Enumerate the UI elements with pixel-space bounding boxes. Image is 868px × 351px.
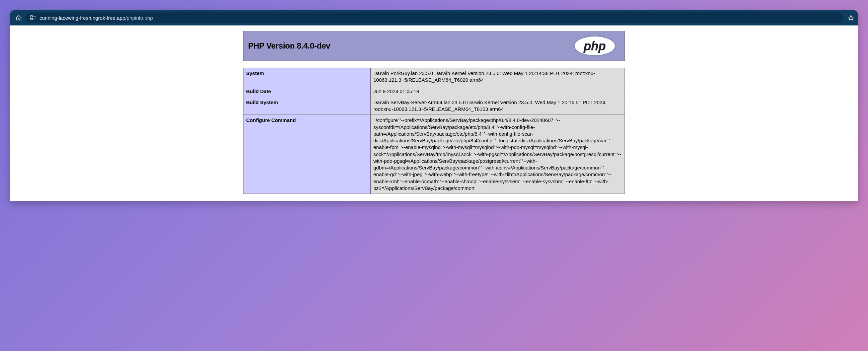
url-path: /phpinfo.php <box>125 15 153 21</box>
phpinfo-header: PHP Version 8.4.0-dev php <box>243 31 625 61</box>
config-label: Build System <box>244 97 371 115</box>
config-label: Configure Command <box>244 115 371 194</box>
svg-rect-0 <box>30 16 32 17</box>
svg-marker-4 <box>848 15 854 20</box>
content-area: PHP Version 8.4.0-dev php SystemDarwin P… <box>10 26 858 201</box>
svg-text:php: php <box>583 39 606 53</box>
config-value: './configure' '--prefix=/Applications/Se… <box>371 115 625 194</box>
url-domain: cunning-lacewing-fresh.ngrok-free.app <box>39 15 125 21</box>
config-label: System <box>244 68 371 86</box>
url-text: cunning-lacewing-fresh.ngrok-free.app/ph… <box>39 15 153 21</box>
config-value: Darwin ServBay-Server-Arm64.lan 23.5.0 D… <box>371 97 625 115</box>
site-info-icon[interactable] <box>30 15 36 21</box>
address-bar[interactable]: cunning-lacewing-fresh.ngrok-free.app/ph… <box>26 12 842 23</box>
bookmark-star-icon[interactable] <box>848 15 854 21</box>
browser-toolbar: cunning-lacewing-fresh.ngrok-free.app/ph… <box>10 10 858 26</box>
browser-window: cunning-lacewing-fresh.ngrok-free.app/ph… <box>10 10 858 201</box>
table-row: SystemDarwin PorkGuy.lan 23.5.0 Darwin K… <box>244 68 625 86</box>
php-logo: php <box>571 34 618 58</box>
php-version-title: PHP Version 8.4.0-dev <box>248 41 330 51</box>
table-row: Build DateJun 9 2024 01:05:19 <box>244 86 625 97</box>
phpinfo-table: SystemDarwin PorkGuy.lan 23.5.0 Darwin K… <box>243 68 625 194</box>
svg-rect-1 <box>30 19 32 20</box>
home-icon[interactable] <box>16 14 22 21</box>
table-row: Configure Command'./configure' '--prefix… <box>244 115 625 194</box>
config-value: Darwin PorkGuy.lan 23.5.0 Darwin Kernel … <box>371 68 625 86</box>
table-row: Build SystemDarwin ServBay-Server-Arm64.… <box>244 97 625 115</box>
phpinfo-container: PHP Version 8.4.0-dev php SystemDarwin P… <box>243 26 625 194</box>
config-label: Build Date <box>244 86 371 97</box>
config-value: Jun 9 2024 01:05:19 <box>371 86 625 97</box>
